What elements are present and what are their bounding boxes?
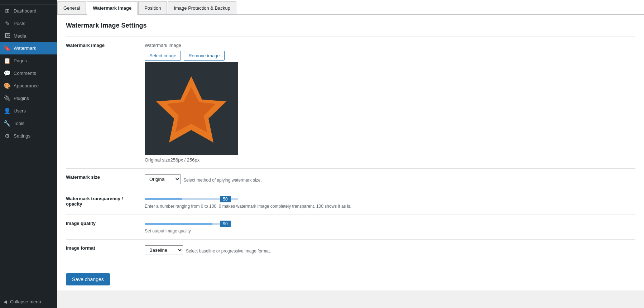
- watermark-image-row: Watermark image Watermark image Select i…: [66, 37, 635, 169]
- image-format-select[interactable]: Baseline Progressive: [145, 245, 183, 255]
- watermark-size-helper: Select method of aplying watermark size.: [183, 178, 262, 183]
- opacity-slider-container: 50: [145, 196, 635, 202]
- watermark-size-select[interactable]: Original Custom Scale: [145, 174, 181, 184]
- settings-icon: ⚙: [4, 133, 11, 139]
- image-format-label-cell: Image format: [66, 240, 145, 261]
- sidebar-item-label: Tools: [14, 121, 24, 126]
- watermark-image-sublabel: Watermark image: [145, 43, 635, 48]
- watermark-opacity-row: Watermark transparency / opacity 50 Ente…: [66, 190, 635, 215]
- sidebar-item-tools[interactable]: 🔧 Tools: [0, 117, 57, 130]
- watermark-image-label: Watermark image: [66, 43, 105, 48]
- watermark-opacity-value-cell: 50 Enter a number ranging from 0 to 100.…: [145, 190, 635, 215]
- sidebar-item-label: Appearance: [14, 83, 39, 88]
- opacity-slider[interactable]: [145, 198, 220, 200]
- sidebar-header: [0, 0, 57, 5]
- sidebar-item-watermark[interactable]: 🔖 Watermark: [0, 42, 57, 54]
- quality-value: 90: [220, 221, 231, 227]
- watermark-size-row: Watermark size Original Custom Scale Sel…: [66, 169, 635, 190]
- opacity-track-end: [231, 198, 238, 200]
- pages-icon: 📋: [4, 57, 11, 64]
- sidebar-item-label: Settings: [14, 133, 30, 139]
- dashboard-icon: ⊞: [4, 8, 11, 14]
- collapse-menu[interactable]: ◀ Collapse menu: [0, 295, 57, 308]
- sidebar-item-label: Comments: [14, 71, 36, 76]
- quality-helper: Set output image quality.: [145, 228, 635, 234]
- watermark-size-label-cell: Watermark size: [66, 169, 145, 190]
- settings-content: Watermark Image Settings Watermark image…: [57, 15, 644, 268]
- collapse-label: Collapse menu: [10, 299, 41, 304]
- image-format-controls: Baseline Progressive Select baseline or …: [145, 245, 271, 255]
- star-preview-svg: [155, 73, 227, 144]
- sidebar-item-label: Users: [14, 108, 26, 114]
- comments-icon: 💬: [4, 70, 11, 77]
- watermark-image-label-cell: Watermark image: [66, 37, 145, 169]
- posts-icon: ✎: [4, 20, 11, 27]
- watermark-opacity-label-cell: Watermark transparency / opacity: [66, 190, 145, 215]
- tab-position[interactable]: Position: [138, 1, 167, 14]
- appearance-icon: 🎨: [4, 82, 11, 89]
- sidebar-item-label: Dashboard: [14, 8, 37, 14]
- select-image-button[interactable]: Select image: [145, 51, 181, 61]
- watermark-icon: 🔖: [4, 45, 11, 52]
- tab-watermark-image[interactable]: Watermark Image: [87, 1, 138, 15]
- save-changes-button[interactable]: Save changes: [66, 273, 110, 285]
- image-format-value-cell: Baseline Progressive Select baseline or …: [145, 240, 635, 261]
- image-quality-value-cell: 90 Set output image quality.: [145, 215, 635, 240]
- sidebar-item-label: Pages: [14, 58, 27, 63]
- image-quality-label-cell: Image quality: [66, 215, 145, 240]
- quality-slider-container: 90: [145, 221, 635, 227]
- media-icon: 🖼: [4, 33, 11, 39]
- sidebar-item-label: Plugins: [14, 96, 29, 101]
- sidebar-item-plugins[interactable]: 🔌 Plugins: [0, 92, 57, 105]
- watermark-size-label: Watermark size: [66, 174, 100, 180]
- sidebar-item-settings[interactable]: ⚙ Settings: [0, 130, 57, 142]
- tools-icon: 🔧: [4, 120, 11, 127]
- image-format-helper: Select baseline or progressive image for…: [186, 249, 271, 254]
- original-size-text: Original size256px / 256px: [145, 157, 635, 163]
- sidebar-item-dashboard[interactable]: ⊞ Dashboard: [0, 5, 57, 17]
- sidebar-item-posts[interactable]: ✎ Posts: [0, 17, 57, 30]
- sidebar-item-label: Media: [14, 33, 26, 39]
- watermark-opacity-label: Watermark transparency / opacity: [66, 196, 123, 207]
- main-content: General Watermark Image Position Image P…: [57, 0, 644, 308]
- watermark-image-value-cell: Watermark image Select image Remove imag…: [145, 37, 635, 169]
- collapse-icon: ◀: [4, 299, 7, 304]
- settings-table: Watermark image Watermark image Select i…: [66, 37, 635, 261]
- sidebar-item-pages[interactable]: 📋 Pages: [0, 54, 57, 67]
- image-format-label: Image format: [66, 245, 95, 251]
- opacity-value: 50: [220, 196, 231, 202]
- users-icon: 👤: [4, 107, 11, 114]
- tab-image-protection-backup[interactable]: Image Protection & Backup: [168, 1, 236, 14]
- sidebar-item-label: Watermark: [14, 45, 36, 51]
- footer: Save changes: [57, 268, 644, 290]
- image-format-row: Image format Baseline Progressive Select…: [66, 240, 635, 261]
- plugins-icon: 🔌: [4, 95, 11, 102]
- sidebar-item-comments[interactable]: 💬 Comments: [0, 67, 57, 80]
- watermark-size-controls: Original Custom Scale Select method of a…: [145, 174, 262, 184]
- page-title: Watermark Image Settings: [66, 22, 635, 29]
- sidebar-item-appearance[interactable]: 🎨 Appearance: [0, 80, 57, 92]
- watermark-size-value-cell: Original Custom Scale Select method of a…: [145, 169, 635, 190]
- sidebar-item-label: Posts: [14, 21, 25, 26]
- image-buttons: Select image Remove image: [145, 51, 225, 61]
- sidebar: ⊞ Dashboard ✎ Posts 🖼 Media 🔖 Watermark …: [0, 0, 57, 308]
- tab-bar: General Watermark Image Position Image P…: [57, 0, 644, 14]
- image-quality-row: Image quality 90 Set output image qualit…: [66, 215, 635, 240]
- tab-general[interactable]: General: [57, 1, 86, 14]
- watermark-image-preview: [145, 62, 238, 155]
- image-quality-label: Image quality: [66, 221, 96, 226]
- remove-image-button[interactable]: Remove image: [184, 51, 224, 61]
- opacity-helper: Enter a number ranging from 0 to 100. 0 …: [145, 204, 635, 209]
- quality-slider[interactable]: [145, 223, 220, 225]
- sidebar-item-users[interactable]: 👤 Users: [0, 105, 57, 117]
- tab-bar-container: General Watermark Image Position Image P…: [57, 0, 644, 15]
- sidebar-item-media[interactable]: 🖼 Media: [0, 30, 57, 42]
